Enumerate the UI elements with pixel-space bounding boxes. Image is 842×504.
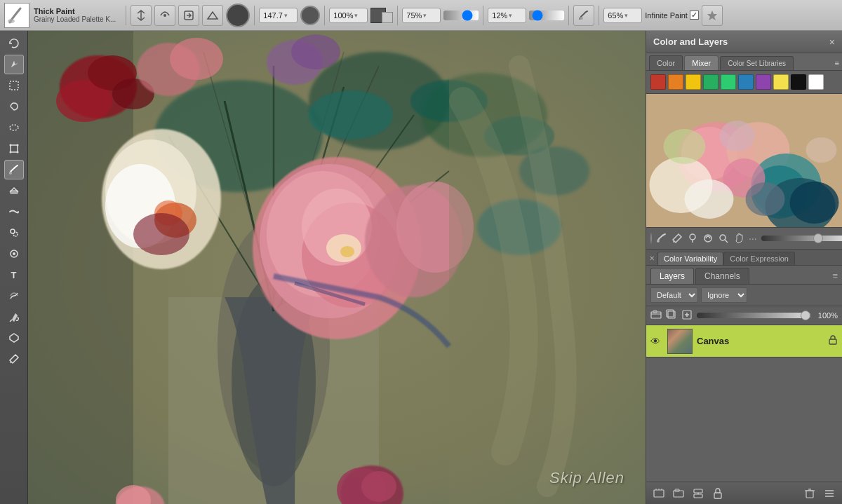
brush-size-field[interactable]: 147.7 ▾ <box>259 8 298 23</box>
tool-transform[interactable] <box>4 139 24 158</box>
layer-opacity-slider[interactable] <box>697 313 810 318</box>
wrap-btn[interactable] <box>178 5 199 26</box>
tab-layers[interactable]: Layers <box>650 268 694 284</box>
tool-shape[interactable] <box>4 328 24 348</box>
brush-preview[interactable] <box>4 3 29 28</box>
tool-clone[interactable] <box>4 223 24 243</box>
layers-group-btn[interactable] <box>670 485 687 502</box>
right-panel: Color and Layers × Color Mixer Color Set… <box>646 31 842 504</box>
tab-mixer[interactable]: Mixer <box>684 55 719 70</box>
symmetry-btn[interactable] <box>131 5 152 26</box>
mixer-sample-btn[interactable] <box>671 231 683 246</box>
tab-color[interactable]: Color <box>649 55 683 70</box>
zoom-value: 65% <box>608 11 623 20</box>
zoom-field[interactable]: 65% ▾ <box>603 8 642 23</box>
canvas-area[interactable]: Skip Allen <box>28 31 646 504</box>
layers-menu-btn[interactable]: ≡ <box>832 271 838 281</box>
tool-text[interactable]: T <box>4 265 24 285</box>
infinite-paint-checkbox[interactable]: ✓ <box>690 11 699 20</box>
panel-close-btn[interactable]: × <box>829 36 835 48</box>
swatch-white[interactable] <box>808 74 824 90</box>
mirror-btn[interactable] <box>154 5 175 26</box>
tool-fill[interactable] <box>4 307 24 327</box>
sep3 <box>324 6 325 25</box>
tool-warp[interactable] <box>4 286 24 306</box>
svg-rect-91 <box>694 489 702 493</box>
zoom-dropdown[interactable]: ▾ <box>624 12 628 19</box>
layers-add-btn[interactable] <box>681 309 694 322</box>
mixer-zoom-btn[interactable] <box>718 231 729 246</box>
tab-channels[interactable]: Channels <box>695 268 749 284</box>
sub-tab-variability[interactable]: Color Variability <box>657 252 723 265</box>
swatch-green-dark[interactable] <box>703 74 719 90</box>
brush-settings-btn[interactable] <box>573 5 594 26</box>
mixer-toolbar: ··· 24 <box>646 227 842 250</box>
opacity-field[interactable]: 100% ▾ <box>329 8 368 23</box>
brush-name-box: Thick Paint Grainy Loaded Palette K... <box>34 7 116 23</box>
swatch-green[interactable] <box>721 74 736 90</box>
swatch-orange[interactable] <box>668 74 683 90</box>
layer-name[interactable]: Canvas <box>697 336 824 346</box>
sep6 <box>568 6 569 25</box>
swatch-yellow[interactable] <box>686 74 701 90</box>
tool-lasso[interactable] <box>4 97 24 116</box>
svg-point-77 <box>657 240 660 243</box>
mixer-eyedropper-btn[interactable] <box>687 231 698 246</box>
mixer-dots-btn[interactable]: ··· <box>749 231 757 246</box>
layers-more-btn[interactable] <box>821 485 838 502</box>
opacity-value: 100% <box>333 11 353 20</box>
grain-slider[interactable] <box>529 11 564 20</box>
swatch-blue[interactable] <box>738 74 754 90</box>
tool-rotate[interactable] <box>4 34 24 53</box>
svg-rect-87 <box>829 339 836 344</box>
layers-lock-btn[interactable] <box>709 485 726 502</box>
opacity-dropdown-arrow[interactable]: ▾ <box>354 12 358 19</box>
layers-duplicate-btn[interactable] <box>666 309 679 322</box>
swatch-yellow2[interactable] <box>773 74 789 90</box>
tool-arrow[interactable] <box>4 55 24 74</box>
swatch-black[interactable] <box>791 74 806 90</box>
svg-point-74 <box>720 121 755 151</box>
mixer-mix-btn[interactable] <box>702 231 714 246</box>
grain-field[interactable]: 12% ▾ <box>488 8 526 23</box>
sub-tab-expression[interactable]: Color Expression <box>723 252 795 265</box>
svg-rect-88 <box>654 490 664 497</box>
blend-dropdown[interactable]: ▾ <box>423 12 427 19</box>
layers-new-group-btn[interactable] <box>650 309 663 322</box>
mixer-paint-btn[interactable] <box>656 231 667 246</box>
layer-row-canvas[interactable]: 👁 Canvas <box>646 325 842 357</box>
mixer-canvas[interactable] <box>646 94 842 227</box>
infinite-label: Infinite Paint <box>645 11 688 20</box>
grain-dropdown[interactable]: ▾ <box>509 12 512 19</box>
layers-delete-btn[interactable] <box>801 485 818 502</box>
perspective-btn[interactable] <box>202 5 223 26</box>
tool-smear[interactable] <box>4 202 24 222</box>
tool-select-rect[interactable] <box>4 76 24 95</box>
sub-tab-x-icon: ✕ <box>649 254 655 262</box>
tool-burn-dodge[interactable] <box>4 244 24 264</box>
mixer-slider[interactable] <box>761 236 842 241</box>
blend-slider[interactable] <box>443 11 479 20</box>
swatch-red[interactable] <box>650 74 666 90</box>
tool-ellipse[interactable] <box>4 118 24 137</box>
layers-merge-btn[interactable] <box>690 485 707 502</box>
blend-field[interactable]: 75% ▾ <box>402 8 441 23</box>
tool-eraser[interactable] <box>4 181 24 200</box>
layer-lock-icon[interactable] <box>828 335 838 347</box>
background-color[interactable] <box>382 12 393 23</box>
infinite-paint-toggle[interactable]: Color and Layers Infinite Paint ✓ <box>645 11 699 20</box>
opacity-row: 100% <box>646 306 842 325</box>
tool-brush[interactable] <box>4 160 24 179</box>
tab-color-set[interactable]: Color Set Libraries <box>720 56 794 70</box>
mixer-hand-btn[interactable] <box>733 231 744 246</box>
swatch-purple[interactable] <box>756 74 771 90</box>
blend-mode-dropdown[interactable]: Default Normal Multiply Screen Overlay <box>650 287 698 303</box>
layers-canvas-btn[interactable] <box>650 485 667 502</box>
tab-more-btn[interactable]: ≡ <box>835 59 839 67</box>
tool-color-pick[interactable] <box>4 349 24 369</box>
size-dropdown-arrow[interactable]: ▾ <box>284 12 288 19</box>
layer-visibility-btn[interactable]: 👁 <box>650 336 663 347</box>
opacity-mode-dropdown[interactable]: Ignore Normal <box>701 287 747 303</box>
brush-size-dot <box>300 6 320 25</box>
settings-btn[interactable] <box>702 5 723 26</box>
